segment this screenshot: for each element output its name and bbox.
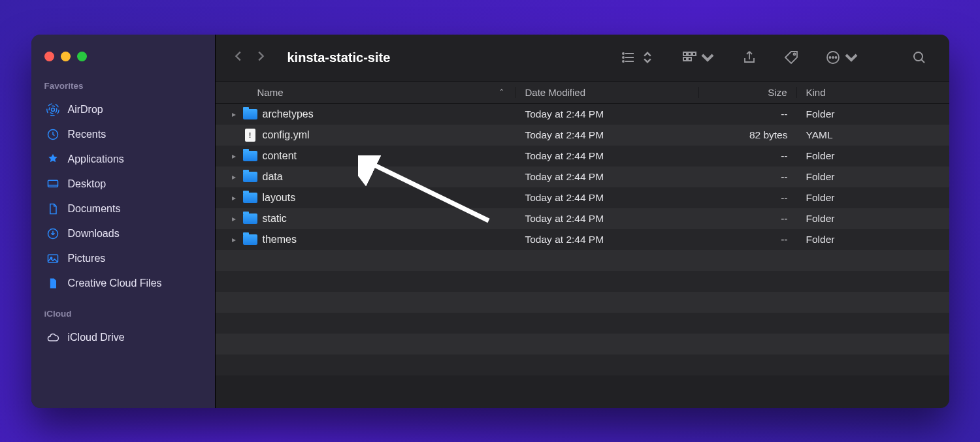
sidebar-item-label: Pictures	[68, 253, 106, 264]
group-button[interactable]	[675, 50, 722, 65]
disclosure-triangle-icon[interactable]: ▸	[230, 214, 238, 223]
file-row[interactable]: ▸archetypes Today at 2:44 PM -- Folder	[216, 104, 949, 125]
sidebar-item-applications[interactable]: Applications	[43, 147, 203, 172]
fullscreen-button[interactable]	[77, 52, 87, 61]
file-size: --	[699, 234, 797, 245]
column-header-date[interactable]: Date Modified	[516, 87, 699, 98]
svg-point-8	[623, 53, 624, 54]
window-controls	[44, 52, 203, 61]
pictures-icon	[46, 251, 60, 266]
file-kind: Folder	[797, 108, 949, 120]
disclosure-triangle-icon[interactable]: ▸	[230, 172, 238, 182]
window-title: kinsta-static-site	[287, 50, 391, 65]
sidebar-item-recents[interactable]: Recents	[43, 122, 203, 147]
download-icon	[46, 227, 60, 241]
file-date: Today at 2:44 PM	[516, 192, 699, 204]
file-row[interactable]: ▸layouts Today at 2:44 PM -- Folder	[216, 187, 949, 208]
file-list: ▸archetypes Today at 2:44 PM -- Folder c…	[216, 104, 949, 408]
empty-row	[216, 313, 949, 334]
folder-icon	[243, 171, 257, 183]
forward-button[interactable]	[253, 49, 268, 66]
svg-rect-15	[688, 57, 691, 61]
svg-point-20	[835, 57, 836, 58]
svg-rect-14	[683, 57, 687, 61]
file-kind: YAML	[797, 129, 949, 141]
file-kind: Folder	[797, 150, 949, 162]
file-date: Today at 2:44 PM	[516, 213, 699, 225]
toolbar: kinsta-static-site	[216, 35, 949, 82]
file-size: --	[699, 213, 797, 225]
column-header-size[interactable]: Size	[699, 87, 797, 98]
svg-point-1	[49, 106, 57, 114]
file-size: --	[699, 171, 797, 183]
tag-button[interactable]	[777, 50, 806, 65]
sidebar-item-icloud-drive[interactable]: iCloud Drive	[43, 325, 203, 350]
finder-window: Favorites AirDrop Recents Applications D…	[31, 35, 949, 408]
file-row[interactable]: config.yml Today at 2:44 PM 82 bytes YAM…	[216, 125, 949, 146]
svg-rect-11	[683, 52, 687, 55]
empty-row	[216, 334, 949, 355]
file-date: Today at 2:44 PM	[516, 129, 699, 141]
file-name: static	[263, 213, 287, 225]
share-button[interactable]	[735, 50, 764, 65]
file-size: --	[699, 108, 797, 120]
close-button[interactable]	[44, 52, 54, 61]
folder-icon	[243, 192, 257, 204]
disclosure-triangle-icon[interactable]: ▸	[230, 235, 238, 244]
cloud-icon	[46, 330, 60, 345]
svg-rect-12	[688, 52, 691, 55]
file-date: Today at 2:44 PM	[516, 171, 699, 183]
svg-point-18	[829, 57, 830, 58]
sidebar-item-label: iCloud Drive	[68, 332, 125, 343]
svg-point-9	[623, 57, 624, 58]
file-size: --	[699, 150, 797, 162]
file-name: layouts	[263, 192, 296, 204]
file-name: content	[263, 150, 297, 162]
disclosure-triangle-icon[interactable]: ▸	[230, 151, 238, 161]
sort-ascending-icon: ˄	[500, 88, 504, 97]
svg-rect-4	[48, 180, 57, 187]
back-button[interactable]	[231, 49, 246, 66]
minimize-button[interactable]	[61, 52, 71, 61]
sidebar-item-label: Recents	[68, 129, 106, 140]
empty-row	[216, 355, 949, 375]
svg-point-19	[832, 57, 834, 58]
sidebar-item-pictures[interactable]: Pictures	[43, 246, 203, 271]
file-size: --	[699, 192, 797, 204]
applications-icon	[46, 152, 60, 166]
column-header-name[interactable]: Name ˄	[216, 87, 516, 98]
file-row[interactable]: ▸data Today at 2:44 PM -- Folder	[216, 166, 949, 187]
disclosure-triangle-icon[interactable]: ▸	[230, 193, 238, 202]
airdrop-icon	[46, 103, 60, 117]
sidebar-item-label: Documents	[68, 203, 121, 215]
folder-icon	[243, 213, 257, 225]
sidebar-item-documents[interactable]: Documents	[43, 197, 203, 221]
file-kind: Folder	[797, 171, 949, 183]
columns-header: Name ˄ Date Modified Size Kind	[216, 82, 949, 104]
sidebar: Favorites AirDrop Recents Applications D…	[31, 35, 216, 408]
file-date: Today at 2:44 PM	[516, 150, 699, 162]
sidebar-item-airdrop[interactable]: AirDrop	[43, 97, 203, 122]
sidebar-item-label: Applications	[68, 153, 124, 165]
file-row[interactable]: ▸content Today at 2:44 PM -- Folder	[216, 146, 949, 166]
file-kind: Folder	[797, 234, 949, 245]
file-size: 82 bytes	[699, 129, 797, 141]
sidebar-item-label: AirDrop	[68, 104, 103, 116]
file-row[interactable]: ▸static Today at 2:44 PM -- Folder	[216, 208, 949, 229]
desktop-icon	[46, 177, 60, 191]
svg-rect-13	[693, 52, 696, 55]
disclosure-triangle-icon[interactable]: ▸	[230, 110, 238, 119]
view-list-button[interactable]	[615, 50, 662, 65]
sidebar-item-label: Desktop	[68, 178, 106, 190]
file-row[interactable]: ▸themes Today at 2:44 PM -- Folder	[216, 229, 949, 250]
sidebar-item-downloads[interactable]: Downloads	[43, 221, 203, 246]
more-button[interactable]	[819, 50, 866, 65]
column-header-kind[interactable]: Kind	[797, 87, 949, 98]
sidebar-item-creative-cloud[interactable]: Creative Cloud Files	[43, 271, 203, 296]
search-button[interactable]	[905, 50, 934, 65]
empty-row	[216, 271, 949, 292]
sidebar-item-label: Creative Cloud Files	[68, 277, 162, 289]
svg-point-0	[51, 108, 54, 111]
file-name: archetypes	[263, 108, 314, 120]
sidebar-item-desktop[interactable]: Desktop	[43, 172, 203, 197]
